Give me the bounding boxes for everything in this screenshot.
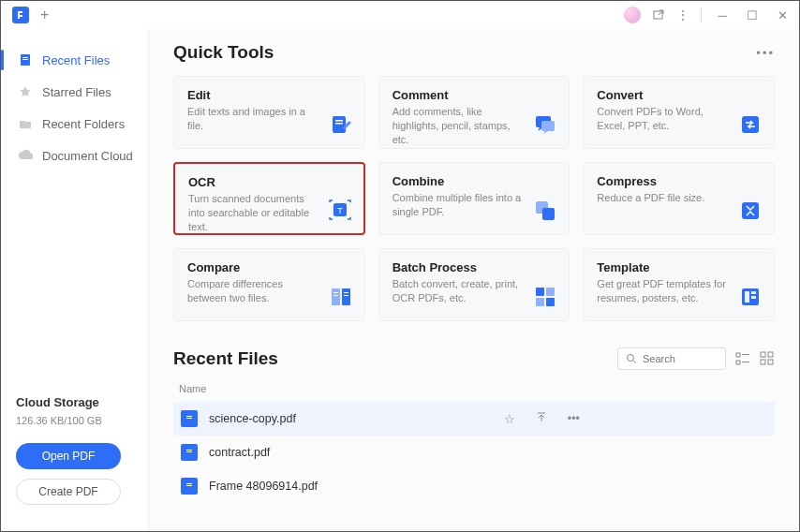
create-pdf-button[interactable]: Create PDF [16, 479, 121, 505]
batch-icon [533, 285, 557, 309]
svg-rect-42 [186, 450, 192, 451]
user-avatar[interactable] [624, 7, 641, 23]
tool-title: Template [597, 260, 761, 274]
file-row[interactable]: science-copy.pdf ☆ ••• [173, 402, 775, 436]
tool-desc: Compare differences between two files. [187, 277, 319, 305]
recent-files-header: Recent Files [173, 347, 775, 370]
svg-rect-31 [742, 354, 749, 355]
ocr-icon: T [328, 198, 352, 222]
tool-title: OCR [188, 175, 350, 189]
tool-title: Batch Process [393, 260, 556, 274]
menu-dots-icon[interactable]: ⋮ [676, 7, 689, 22]
folder-icon [18, 116, 33, 131]
svg-rect-3 [22, 59, 28, 60]
svg-rect-19 [333, 295, 338, 296]
upload-button[interactable] [536, 412, 547, 426]
search-box[interactable] [617, 347, 726, 370]
svg-rect-30 [736, 353, 740, 357]
svg-rect-32 [736, 361, 740, 364]
svg-rect-6 [335, 123, 343, 125]
sidebar-nav: Recent Files Starred Files Recent Folder… [1, 29, 148, 171]
convert-icon [738, 112, 763, 137]
tool-desc: Combine multiple files into a single PDF… [393, 191, 524, 219]
file-row[interactable]: contract.pdf [173, 436, 775, 469]
tool-card-ocr[interactable]: OCR Turn scanned documents into searchab… [173, 162, 365, 235]
star-button[interactable]: ☆ [504, 412, 515, 426]
recent-controls [617, 347, 775, 370]
edit-icon [329, 112, 353, 137]
svg-rect-5 [335, 120, 343, 122]
quick-tools-more-button[interactable]: ••• [756, 46, 775, 60]
sidebar-item-document-cloud[interactable]: Document Cloud [1, 140, 148, 171]
svg-rect-40 [186, 418, 192, 419]
svg-rect-34 [761, 352, 765, 357]
template-icon [738, 285, 763, 309]
sidebar-item-label: Document Cloud [42, 149, 133, 163]
sidebar-item-recent-folders[interactable]: Recent Folders [1, 108, 148, 140]
quick-tools-header: Quick Tools ••• [173, 42, 775, 63]
sidebar-item-label: Recent Folders [42, 117, 125, 131]
main-content: Quick Tools ••• Edit Edit texts and imag… [149, 29, 799, 531]
tool-desc: Turn scanned documents into searchable o… [188, 192, 319, 234]
tool-title: Compress [597, 174, 761, 188]
file-name: science-copy.pdf [209, 412, 296, 425]
tool-card-batch-process[interactable]: Batch Process Batch convert, create, pri… [378, 248, 570, 321]
svg-rect-36 [761, 360, 765, 364]
tool-card-convert[interactable]: Convert Convert PDFs to Word, Excel, PPT… [583, 76, 775, 149]
svg-rect-27 [751, 291, 756, 294]
window-close-button[interactable]: ✕ [773, 8, 792, 22]
search-input[interactable] [643, 353, 716, 364]
svg-rect-26 [745, 291, 749, 303]
sidebar-bottom: Cloud Storage 126.36 KB/100 GB Open PDF … [1, 382, 148, 531]
sidebar-item-label: Recent Files [42, 53, 110, 67]
column-header-name: Name [173, 379, 775, 402]
titlebar-left: + [8, 7, 49, 23]
tool-title: Comment [393, 88, 556, 102]
cloud-icon [18, 148, 33, 163]
tool-card-compress[interactable]: Compress Reduce a PDF file size. [583, 162, 775, 235]
svg-rect-21 [536, 288, 544, 296]
app-logo-icon [12, 7, 29, 23]
tools-grid: Edit Edit texts and images in a file. Co… [173, 76, 775, 321]
titlebar: + ⋮ ─ ☐ ✕ [1, 1, 799, 29]
compress-icon [738, 199, 763, 223]
file-more-button[interactable]: ••• [568, 412, 580, 426]
svg-rect-35 [768, 352, 773, 357]
window-maximize-button[interactable]: ☐ [743, 8, 762, 22]
titlebar-right: ⋮ ─ ☐ ✕ [624, 7, 792, 23]
svg-rect-8 [541, 121, 555, 131]
svg-rect-15 [332, 288, 340, 305]
open-pdf-button[interactable]: Open PDF [16, 443, 121, 469]
svg-rect-23 [536, 298, 544, 306]
pdf-file-icon [181, 410, 198, 427]
svg-rect-25 [742, 288, 759, 305]
pdf-file-icon [181, 444, 198, 461]
sidebar-item-label: Starred Files [42, 85, 111, 99]
tool-card-edit[interactable]: Edit Edit texts and images in a file. [173, 76, 365, 149]
svg-rect-39 [186, 416, 192, 417]
svg-rect-4 [333, 116, 346, 133]
tool-card-comment[interactable]: Comment Add comments, like highlights, p… [378, 76, 570, 149]
tool-card-combine[interactable]: Combine Combine multiple files into a si… [378, 162, 570, 235]
recent-files-title: Recent Files [173, 348, 278, 369]
svg-rect-17 [333, 292, 338, 293]
tool-desc: Get great PDF templates for resumes, pos… [597, 277, 728, 305]
tool-title: Edit [187, 88, 351, 102]
tool-desc: Batch convert, create, print, OCR PDFs, … [393, 277, 524, 305]
file-row[interactable]: Frame 48096914.pdf [173, 469, 775, 503]
external-link-icon[interactable] [652, 8, 665, 22]
svg-rect-20 [344, 295, 348, 296]
sidebar-item-recent-files[interactable]: Recent Files [1, 44, 148, 76]
svg-rect-18 [344, 292, 348, 293]
view-grid-button[interactable] [760, 351, 775, 366]
svg-rect-46 [186, 485, 192, 486]
svg-rect-37 [768, 360, 773, 364]
sidebar-item-starred-files[interactable]: Starred Files [1, 76, 148, 108]
window-minimize-button[interactable]: ─ [713, 8, 732, 22]
tool-card-template[interactable]: Template Get great PDF templates for res… [583, 248, 775, 321]
svg-rect-16 [342, 288, 350, 305]
view-list-button[interactable] [735, 351, 750, 366]
svg-text:T: T [337, 206, 343, 215]
tool-card-compare[interactable]: Compare Compare differences between two … [173, 248, 365, 321]
new-tab-button[interactable]: + [40, 7, 49, 23]
